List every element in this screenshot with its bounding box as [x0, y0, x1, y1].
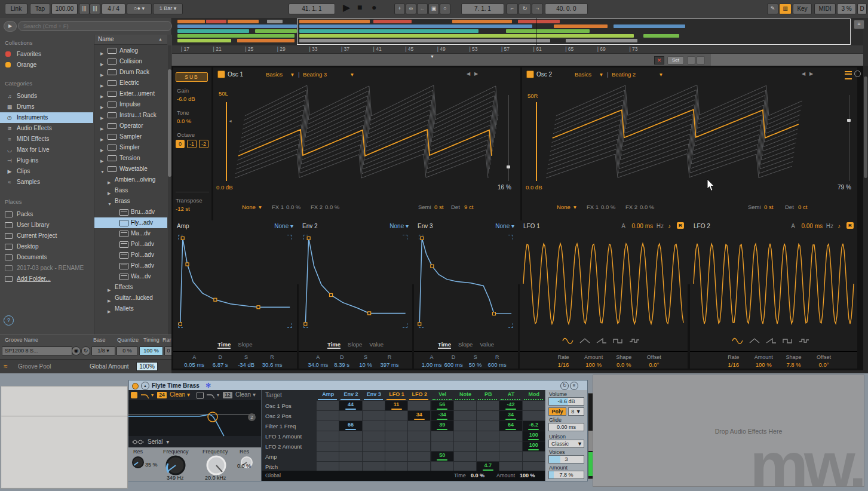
matrix-cell[interactable]: 100	[523, 441, 545, 451]
place-item-current-project[interactable]: Current Project	[0, 231, 93, 241]
res1-knob[interactable]	[131, 455, 145, 469]
browser-fold-icon[interactable]: ▶	[4, 21, 17, 32]
chevron-down-icon[interactable]: ▼	[100, 167, 105, 174]
unison-amount-field[interactable]: 7.8 %	[548, 471, 584, 479]
matrix-cell[interactable]: 64	[499, 421, 522, 431]
sidebar-item-drums[interactable]: ▦Drums	[0, 102, 93, 112]
tone-value[interactable]: 0.0 %	[177, 118, 191, 124]
tab-slope[interactable]: Slope	[238, 341, 252, 348]
stop-button[interactable]: ■	[357, 2, 362, 12]
osc2-bank-select[interactable]: Basics	[575, 71, 591, 78]
sidebar-item-plug-ins[interactable]: ⊣Plug-ins	[0, 155, 93, 166]
file-row-sampler[interactable]: ▶Sampler	[94, 131, 167, 142]
osc2-position-value[interactable]: 79 %	[838, 184, 851, 191]
matrix-col-header-amp[interactable]: Amp	[317, 391, 339, 397]
matrix-cell[interactable]	[454, 431, 476, 441]
filter1-lowpass-icon[interactable]	[140, 393, 150, 399]
lfo-param-value-offset[interactable]: 0.0°	[807, 361, 841, 368]
osc2-prev-table-icon[interactable]: ◀	[802, 71, 805, 76]
matrix-cell[interactable]	[454, 411, 476, 421]
matrix-cell[interactable]	[454, 421, 476, 431]
adsr-value-r[interactable]: 397 ms	[372, 361, 407, 368]
matrix-cell[interactable]	[339, 411, 361, 421]
osc2-gain-slider[interactable]	[536, 102, 537, 181]
freq2-knob[interactable]	[205, 454, 228, 477]
beat-time-ruler[interactable]: | 17| 21| 25| 29| 33| 37| 41| 45| 49| 53…	[171, 45, 863, 53]
matrix-cell[interactable]	[385, 411, 407, 421]
lfo-note-sync-icon[interactable]: ♪	[838, 223, 841, 229]
square-wave-icon[interactable]	[782, 337, 794, 345]
osc1-semi-value[interactable]: 0 st	[434, 204, 443, 210]
matrix-col-header-mod[interactable]: Mod	[523, 391, 545, 397]
matrix-cell[interactable]	[499, 431, 522, 441]
octave-0-button[interactable]: 0	[176, 140, 185, 148]
octave-minus2-button[interactable]: -2	[199, 140, 208, 148]
matrix-cell[interactable]	[363, 452, 385, 461]
osc2-pan-value[interactable]: 50R	[527, 93, 538, 99]
matrix-cell[interactable]	[499, 452, 522, 461]
set-locator-button[interactable]: Set	[667, 56, 684, 65]
osc1-gain-slider[interactable]	[226, 102, 227, 181]
tab-slope[interactable]: Slope	[348, 341, 362, 348]
osc1-wavetable-display[interactable]	[238, 83, 507, 182]
place-item-desktop[interactable]: Desktop	[0, 241, 93, 252]
saw-wave-icon[interactable]	[596, 337, 608, 345]
matrix-cell[interactable]	[454, 401, 476, 410]
lfo-graph[interactable]	[523, 234, 684, 334]
osc2-semi-value[interactable]: 0 st	[764, 204, 773, 210]
matrix-cell[interactable]	[523, 452, 545, 461]
dock-left-panel-top[interactable]	[1, 386, 127, 416]
chevron-right-icon[interactable]: ▶	[100, 113, 103, 121]
file-row-brass[interactable]: ▼Brass	[94, 196, 167, 207]
random-wave-icon[interactable]	[629, 337, 641, 345]
osc1-table-arrow-icon[interactable]: ▾	[351, 71, 354, 78]
file-row-wavetable[interactable]: ▼Wavetable	[94, 164, 167, 174]
file-row-mallets[interactable]: ▶Mallets	[94, 303, 167, 314]
osc2-bank-arrow-icon[interactable]: ▾	[600, 71, 603, 78]
osc1-bank-select[interactable]: Basics	[266, 71, 283, 78]
osc1-gain-value[interactable]: 0.0 dB	[216, 184, 232, 191]
lfo-param-value-rate[interactable]: 1/16	[547, 361, 580, 368]
chevron-right-icon[interactable]: ▶	[100, 81, 103, 88]
chevron-down-icon[interactable]: ▼	[108, 199, 112, 207]
matrix-cell[interactable]: -6.2	[523, 421, 545, 431]
sidebar-item-midi-effects[interactable]: ≡MIDI Effects	[0, 134, 93, 145]
filter-display[interactable]: 2	[128, 400, 261, 436]
matrix-cell[interactable]: -42	[499, 401, 522, 410]
groove-timing-field[interactable]: 100 %	[139, 346, 163, 355]
tempo-field[interactable]: 100.00	[51, 4, 78, 14]
filter1-enable-checkbox[interactable]	[131, 392, 137, 398]
info-icon[interactable]: ?	[4, 315, 14, 326]
draw-mode-icon[interactable]: ✎	[767, 4, 778, 14]
matrix-cell[interactable]	[454, 452, 476, 461]
unison-select[interactable]: Classic ▼	[548, 440, 584, 448]
file-row-guitar-lucked[interactable]: ▶Guitar...lucked	[94, 293, 167, 303]
matrix-cell[interactable]	[317, 441, 339, 451]
file-row-pol-adv[interactable]: Pol...adv	[94, 250, 167, 260]
res2-value[interactable]: 0.0 %	[237, 463, 251, 469]
matrix-col-header-pb[interactable]: PB	[477, 391, 499, 397]
meter-handle[interactable]	[588, 431, 593, 451]
matrix-cell[interactable]	[454, 441, 476, 451]
file-row-bass[interactable]: ▶Bass	[94, 185, 167, 196]
file-row-fly-adv[interactable]: Fly...adv	[94, 217, 167, 228]
matrix-cell[interactable]	[454, 462, 476, 471]
overdub-icon[interactable]: +	[394, 4, 405, 14]
main-scrollbar[interactable]	[863, 70, 868, 370]
file-row-ma-dv[interactable]: Ma...dv	[94, 228, 167, 239]
lfo-param-value-amount[interactable]: 100 %	[577, 361, 611, 368]
osc1-prev-table-icon[interactable]: ◀	[467, 71, 470, 76]
audio-effects-drop-area[interactable]: Drop Audio Effects Here mw.	[593, 375, 864, 487]
global-amount-value[interactable]: 100 %	[520, 472, 535, 478]
matrix-cell[interactable]: 66	[339, 421, 361, 431]
groove-random-field[interactable]: 0	[164, 346, 171, 355]
osc2-table-arrow-icon[interactable]: ▾	[660, 71, 662, 78]
computer-midi-keyboard-icon[interactable]: ▥	[779, 4, 792, 14]
nudge-up-icon[interactable]: |||	[90, 4, 100, 14]
osc2-table-select[interactable]: Beating 2	[612, 71, 636, 78]
octave-minus1-button[interactable]: -1	[187, 140, 197, 148]
matrix-cell[interactable]	[477, 441, 499, 451]
tab-time[interactable]: Time	[217, 341, 231, 349]
matrix-cell[interactable]	[385, 431, 407, 441]
matrix-cell[interactable]	[385, 462, 407, 471]
